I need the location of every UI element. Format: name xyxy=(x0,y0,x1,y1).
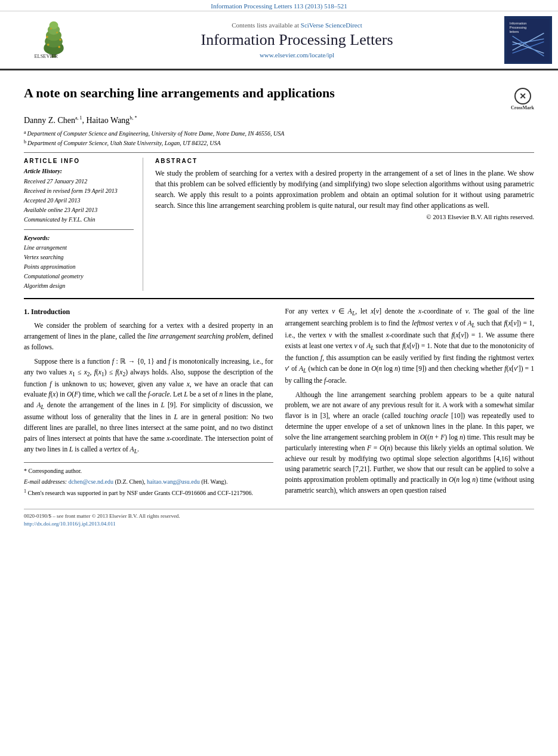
footer-left: 0020-0190/$ – see front matter © 2013 El… xyxy=(24,512,180,528)
article-info-column: ARTICLE INFO Article History: Received 2… xyxy=(24,158,143,291)
body-para-2: Suppose there is a function f : ℝ → {0, … xyxy=(24,357,273,456)
article-history-label: Article History: xyxy=(24,168,134,174)
authors-line: Danny Z. Chena, 1, Haitao Wangb, * xyxy=(24,115,534,125)
footnote-star: * Corresponding author. xyxy=(24,466,273,475)
body-para-1: We consider the problem of searching for… xyxy=(24,321,273,352)
abstract-text: We study the problem of searching for a … xyxy=(155,168,534,211)
svg-text:Information: Information xyxy=(510,21,527,25)
paper-title-text: A note on searching line arrangements an… xyxy=(24,85,335,101)
revised-date: Received in revised form 19 April 2013 xyxy=(24,186,134,196)
journal-citation: Information Processing Letters 113 (2013… xyxy=(211,2,347,10)
author-chen-sup: a, 1 xyxy=(75,115,82,121)
elsevier-tree-icon: ELSEVIER xyxy=(30,20,78,59)
sciverse-line: Contents lists available at SciVerse Sci… xyxy=(101,21,492,29)
sciverse-link[interactable]: SciVerse ScienceDirect xyxy=(301,21,362,29)
svg-point-8 xyxy=(50,27,52,29)
keyword-4: Computational geometry xyxy=(24,272,134,281)
body-para-4: Although the line arrangement searching … xyxy=(285,390,535,496)
svg-point-11 xyxy=(58,45,60,48)
author-wang: Haitao Wang xyxy=(87,116,130,125)
keyword-1: Line arrangement xyxy=(24,243,134,253)
elsevier-logo: ELSEVIER xyxy=(6,20,101,60)
body-para-3: For any vertex v ∈ AL, let x[v] denote t… xyxy=(285,306,535,386)
copyright-line: © 2013 Elsevier B.V. All rights reserved… xyxy=(155,213,534,220)
journal-title-area: Contents lists available at SciVerse Sci… xyxy=(101,21,492,59)
metadata-row: ARTICLE INFO Article History: Received 2… xyxy=(24,158,534,291)
header-divider xyxy=(24,152,534,153)
publisher-logo-area: ELSEVIER xyxy=(6,20,101,60)
author-chen: Danny Z. Chen xyxy=(24,116,75,125)
body-text: 1. Introduction We consider the problem … xyxy=(24,306,534,500)
svg-point-7 xyxy=(59,38,61,41)
journal-header: ELSEVIER Contents lists available at Sci… xyxy=(0,11,558,70)
footer-doi[interactable]: http://dx.doi.org/10.1016/j.ipl.2013.04.… xyxy=(24,520,180,528)
paper-title-row: A note on searching line arrangements an… xyxy=(24,85,534,110)
footnote-email: E-mail addresses: dchen@cse.nd.edu (D.Z.… xyxy=(24,477,273,486)
affiliation-a: a Department of Computer Science and Eng… xyxy=(24,129,534,138)
journal-cover-graphic: Information Processing letters xyxy=(507,18,550,63)
accepted-date: Accepted 20 April 2013 xyxy=(24,196,134,205)
available-date: Available online 23 April 2013 xyxy=(24,205,134,215)
keywords-label: Keywords: xyxy=(24,235,134,241)
keyword-5: Algorithm design xyxy=(24,281,134,291)
body-column-right: For any vertex v ∈ AL, let x[v] denote t… xyxy=(285,306,535,500)
svg-text:letters: letters xyxy=(510,29,519,33)
body-divider xyxy=(24,298,534,299)
section-1-title: 1. Introduction xyxy=(24,306,273,318)
journal-name: Information Processing Letters xyxy=(101,31,492,49)
affil-b-text: Department of Computer Science, Utah Sta… xyxy=(27,139,221,147)
footer-issn: 0020-0190/$ – see front matter © 2013 El… xyxy=(24,512,180,521)
svg-text:ELSEVIER: ELSEVIER xyxy=(35,54,58,59)
email-chen[interactable]: dchen@cse.nd.edu xyxy=(69,478,113,485)
svg-point-6 xyxy=(46,36,48,38)
abstract-column: ABSTRACT We study the problem of searchi… xyxy=(155,158,534,291)
info-divider xyxy=(24,229,134,230)
email-wang[interactable]: haitao.wang@usu.edu xyxy=(147,478,200,485)
journal-top-bar: Information Processing Letters 113 (2013… xyxy=(0,0,558,11)
affiliation-b: b Department of Computer Science, Utah S… xyxy=(24,139,534,147)
article-info-heading: ARTICLE INFO xyxy=(24,158,134,164)
received-date: Received 27 January 2012 xyxy=(24,177,134,186)
crossmark-icon: ✕ xyxy=(514,88,531,105)
crossmark-label: CrossMark xyxy=(511,105,534,110)
journal-url[interactable]: www.elsevier.com/locate/ipl xyxy=(101,51,492,59)
page-footer: 0020-0190/$ – see front matter © 2013 El… xyxy=(24,509,534,528)
communicated-by: Communicated by F.Y.L. Chin xyxy=(24,215,134,225)
affil-b-super: b xyxy=(24,139,26,146)
svg-point-9 xyxy=(56,32,58,33)
affil-a-super: a xyxy=(24,129,26,136)
paper-content: A note on searching line arrangements an… xyxy=(0,70,558,540)
footnotes: * Corresponding author. E-mail addresses… xyxy=(24,462,273,497)
footnote-1: 1 Chen's research was supported in part … xyxy=(24,488,273,497)
abstract-heading: ABSTRACT xyxy=(155,158,534,164)
keyword-2: Vertex searching xyxy=(24,253,134,262)
journal-cover-image: Information Processing letters xyxy=(504,16,552,64)
svg-point-10 xyxy=(47,44,50,46)
affil-a-text: Department of Computer Science and Engin… xyxy=(27,129,285,138)
crossmark-badge[interactable]: ✕ CrossMark xyxy=(511,88,534,110)
keyword-3: Points approximation xyxy=(24,262,134,272)
body-column-left: 1. Introduction We consider the problem … xyxy=(24,306,273,500)
contents-available-text: Contents lists available at xyxy=(232,21,299,29)
affiliations: a Department of Computer Science and Eng… xyxy=(24,129,534,147)
author-wang-sup: b, * xyxy=(130,115,137,121)
svg-text:Processing: Processing xyxy=(510,25,526,29)
journal-thumbnail: Information Processing letters xyxy=(492,16,552,64)
